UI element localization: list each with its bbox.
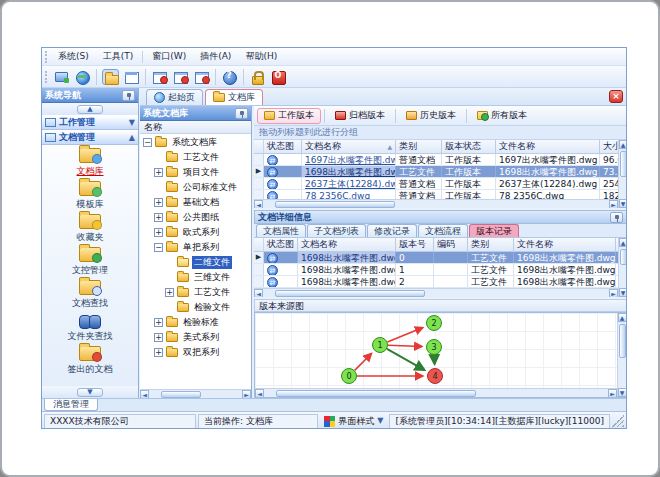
tree-node[interactable]: +双把系列 — [140, 345, 251, 360]
column-header[interactable]: 类别 — [396, 140, 442, 153]
tree-node[interactable]: +欧式系列 — [140, 225, 251, 240]
nav-scroll-up[interactable]: ▲ — [42, 103, 138, 115]
column-header[interactable]: 文件名称 — [496, 140, 600, 153]
version-grid-hscrollbar[interactable]: ◄► — [254, 288, 618, 297]
expand-icon[interactable]: + — [154, 213, 163, 222]
sidebar-group-expanded[interactable]: 文档管理▲ — [42, 130, 138, 145]
menu-item[interactable]: 帮助(H) — [238, 48, 284, 65]
detail-tab-item[interactable]: 修改记录 — [367, 224, 417, 237]
folder-open-icon[interactable] — [102, 69, 119, 85]
detail-tab-item[interactable]: 文档流程 — [418, 224, 468, 237]
documents-grid-vscrollbar[interactable]: ▲▼ — [618, 140, 627, 208]
tree-horizontal-scrollbar[interactable]: ◄► — [140, 389, 251, 398]
version-filter-button[interactable]: 归档版本 — [328, 108, 392, 124]
sidebar-item-doc-library[interactable]: 文档库 — [45, 148, 135, 181]
power-icon[interactable] — [270, 69, 287, 85]
column-header[interactable]: 大小 — [600, 140, 618, 153]
pin-icon[interactable] — [235, 108, 248, 119]
table-row[interactable]: ▶⇄1698出水嘴零件图.dwg工艺文件工作版本1698出水嘴零件图.dwg73… — [254, 166, 618, 178]
tree-node[interactable]: +基础文档 — [140, 195, 251, 210]
tab-doc-library[interactable]: 文档库 — [205, 89, 263, 105]
menu-item[interactable]: 系统(S) — [51, 48, 96, 65]
column-header[interactable]: 状态图 — [264, 238, 298, 251]
sidebar-item-favorites[interactable]: 收藏夹 — [45, 214, 135, 247]
detail-tab-active[interactable]: 版本记录 — [469, 224, 519, 237]
table-row[interactable]: ⇄1698出水嘴零件图.dwg2工艺文件1698出水嘴零件图.dwg73.00K… — [254, 276, 618, 288]
graph-hscrollbar[interactable]: ◄► — [255, 388, 617, 397]
table-row[interactable]: ▶⇄1698出水嘴零件图.dwg0工艺文件1698出水嘴零件图.dwg73.00… — [254, 252, 618, 264]
collapse-icon[interactable]: − — [143, 138, 152, 147]
graph-vscrollbar[interactable]: ▲▼ — [617, 313, 626, 397]
desktop-icon[interactable] — [53, 69, 70, 85]
menu-item[interactable]: 工具(T) — [96, 48, 141, 65]
sidebar-item-doc-search[interactable]: 文档查找 — [45, 280, 135, 313]
version-grid-vscrollbar[interactable]: ▲▼ — [618, 238, 627, 297]
table-row[interactable]: ⇄1698出水嘴零件图.dwg1工艺文件1698出水嘴零件图.dwg73.00K… — [254, 264, 618, 276]
version-filter-button[interactable]: 工作版本 — [257, 108, 321, 124]
grid-icon[interactable] — [123, 69, 140, 85]
nav-scroll-down[interactable]: ▼ — [42, 386, 138, 398]
tree-node[interactable]: +项目文件 — [140, 165, 251, 180]
sidebar-item-checked-out[interactable]: 签出的文档 — [45, 346, 135, 379]
table-row[interactable]: ⇄2637主体(12284).dwg普通文档工作版本2637主体(12284).… — [254, 178, 618, 190]
detail-tab-item[interactable]: 子文档列表 — [307, 224, 366, 237]
tree-node[interactable]: −系统文档库 — [140, 135, 251, 150]
column-header[interactable]: 文件名称 — [514, 238, 616, 251]
column-header[interactable]: 类别 — [468, 238, 514, 251]
sidebar-group-collapsed[interactable]: 工作管理▼ — [42, 115, 138, 130]
column-header[interactable]: 文档名称 — [298, 238, 396, 251]
tree-node[interactable]: +工艺文件 — [140, 285, 251, 300]
tree-node[interactable]: +美式系列 — [140, 330, 251, 345]
document-link[interactable]: 2637主体(12284).dwg — [305, 179, 396, 189]
tree-node[interactable]: 二维文件 — [140, 255, 251, 270]
resize-grip[interactable] — [612, 415, 624, 427]
lock-icon[interactable] — [249, 69, 266, 85]
expand-icon[interactable]: + — [154, 198, 163, 207]
tree-node[interactable]: 公司标准文件 — [140, 180, 251, 195]
close-tab-icon[interactable]: × — [609, 90, 623, 103]
tree-node[interactable]: 检验文件 — [140, 300, 251, 315]
tree-node[interactable]: 三维文件 — [140, 270, 251, 285]
version-filter-button[interactable]: 所有版本 — [470, 108, 534, 124]
tree-column-header[interactable]: 名称 — [140, 121, 251, 134]
expand-icon[interactable]: + — [154, 318, 163, 327]
message-management-tab[interactable]: 消息管理 — [44, 399, 98, 411]
globe-icon[interactable] — [74, 69, 91, 85]
chevron-up-icon[interactable]: ▲ — [129, 134, 135, 142]
tree-node[interactable]: 工艺文件 — [140, 150, 251, 165]
document-link[interactable]: 1698出水嘴零件图.dwg — [305, 167, 396, 177]
version-graph-canvas[interactable]: 01234 — [255, 313, 617, 388]
document-link[interactable]: 1697出水嘴零件图.dwg — [305, 155, 396, 165]
expand-icon[interactable]: + — [154, 333, 163, 342]
sidebar-item-doc-control[interactable]: 文控管理 — [45, 247, 135, 280]
column-header[interactable]: 版本状态 — [442, 140, 496, 153]
tree-node[interactable]: −单把系列 — [140, 240, 251, 255]
window-new-icon[interactable] — [151, 69, 168, 85]
chevron-down-icon[interactable]: ▼ — [129, 119, 135, 127]
column-header[interactable]: 版本号 — [396, 238, 434, 251]
help-icon[interactable] — [221, 69, 238, 85]
column-header[interactable]: 状态图 — [264, 140, 302, 153]
expand-icon[interactable]: + — [154, 348, 163, 357]
expand-icon[interactable]: + — [165, 288, 174, 297]
sidebar-item-template-library[interactable]: 模板库 — [45, 181, 135, 214]
pin-icon[interactable] — [122, 90, 135, 101]
expand-icon[interactable]: + — [154, 228, 163, 237]
menu-item[interactable]: 窗口(W) — [145, 48, 193, 65]
documents-grid-hscrollbar[interactable]: ◄► — [254, 199, 618, 208]
interface-style-dropdown[interactable]: 界面样式 ▼ — [320, 415, 387, 428]
expand-icon[interactable]: + — [154, 168, 163, 177]
table-row[interactable]: ⇄1697出水嘴零件图.dwg普通文档工作版本1697出水嘴零件图.dwg96.… — [254, 154, 618, 166]
tab-start-page[interactable]: 起始页 — [146, 89, 203, 105]
version-filter-button[interactable]: 历史版本 — [399, 108, 463, 124]
column-header[interactable]: 编码 — [434, 238, 468, 251]
sidebar-item-folder-search[interactable]: 文件夹查找 — [45, 313, 135, 346]
pin-icon[interactable] — [610, 212, 623, 223]
window-close-icon[interactable] — [193, 69, 210, 85]
detail-tab-item[interactable]: 文档属性 — [256, 224, 306, 237]
window-refresh-icon[interactable] — [172, 69, 189, 85]
column-header[interactable]: 文档名称▲ — [302, 140, 396, 153]
menu-item[interactable]: 插件(A) — [193, 48, 238, 65]
tree-node[interactable]: +公共图纸 — [140, 210, 251, 225]
collapse-icon[interactable]: − — [154, 243, 163, 252]
